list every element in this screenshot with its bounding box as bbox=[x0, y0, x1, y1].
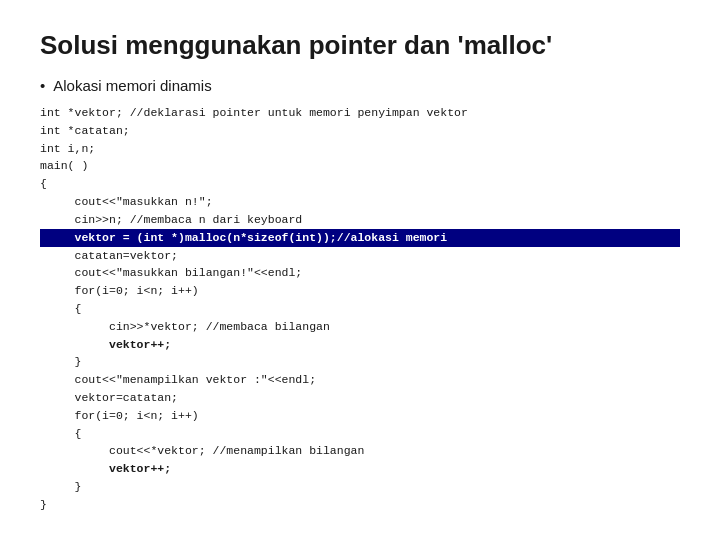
code-line: main( ) bbox=[40, 157, 680, 175]
code-line: vektor=catatan; bbox=[40, 389, 680, 407]
code-line: cout<<"menampilkan vektor :"<<endl; bbox=[40, 371, 680, 389]
code-line: cout<<"masukkan n!"; bbox=[40, 193, 680, 211]
code-line: vektor++; bbox=[40, 460, 680, 478]
code-line: vektor = (int *)malloc(n*sizeof(int));//… bbox=[40, 229, 680, 247]
code-block: int *vektor; //deklarasi pointer untuk m… bbox=[40, 104, 680, 514]
code-line: cout<<*vektor; //menampilkan bilangan bbox=[40, 442, 680, 460]
code-line: cin>>*vektor; //membaca bilangan bbox=[40, 318, 680, 336]
code-line: int i,n; bbox=[40, 140, 680, 158]
code-line: cin>>n; //membaca n dari keyboard bbox=[40, 211, 680, 229]
bullet-symbol: • bbox=[40, 77, 45, 94]
code-line: } bbox=[40, 496, 680, 514]
code-line: catatan=vektor; bbox=[40, 247, 680, 265]
code-line: int *catatan; bbox=[40, 122, 680, 140]
code-line: vektor++; bbox=[40, 336, 680, 354]
code-line: int *vektor; //deklarasi pointer untuk m… bbox=[40, 104, 680, 122]
code-line: for(i=0; i<n; i++) bbox=[40, 407, 680, 425]
code-line: for(i=0; i<n; i++) bbox=[40, 282, 680, 300]
code-line: cout<<"masukkan bilangan!"<<endl; bbox=[40, 264, 680, 282]
code-line: { bbox=[40, 425, 680, 443]
code-line: { bbox=[40, 300, 680, 318]
slide-title: Solusi menggunakan pointer dan 'malloc' bbox=[40, 30, 680, 61]
slide-container: Solusi menggunakan pointer dan 'malloc' … bbox=[0, 0, 720, 540]
code-line: { bbox=[40, 175, 680, 193]
bullet-text: Alokasi memori dinamis bbox=[53, 77, 211, 94]
code-line: } bbox=[40, 353, 680, 371]
code-line: } bbox=[40, 478, 680, 496]
bullet-point: • Alokasi memori dinamis bbox=[40, 77, 680, 94]
